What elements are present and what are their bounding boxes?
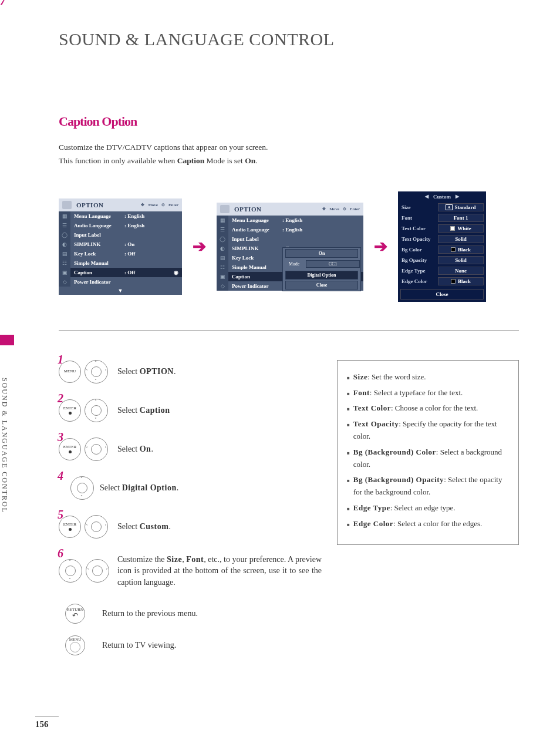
page-number: 156 [35, 716, 59, 729]
osd-item: Menu Language: English [70, 211, 182, 221]
osd-header-icon [220, 205, 230, 213]
dpad-icon: ˄˅˂˃ [85, 360, 108, 383]
popup-digital-option: Digital Option [285, 271, 358, 280]
caption-popup: On Mode CC1 Digital Option Close [282, 247, 361, 291]
osd-item: Power Indicator [70, 277, 182, 287]
custom-row: SizeAStandard [398, 202, 486, 213]
osd-item: SIMPLINK: On [70, 240, 182, 249]
return-button-icon: RETURN↶ [65, 604, 85, 624]
step-8-text: Return to TV viewing. [102, 641, 176, 650]
page-title: SOUND & LANGUAGE CONTROL [59, 29, 519, 49]
dpad-leftright-icon: ˂˃ [85, 438, 108, 461]
custom-row: Edge TypeNone [398, 265, 486, 276]
custom-row: Text ColorWhite [398, 223, 486, 234]
osd-item: Input Label [228, 234, 363, 244]
osd-item: Audio Language: English [228, 225, 363, 234]
osd-header-icon [62, 201, 72, 209]
osd-item: Key Lock: Off [70, 249, 182, 258]
step-7: 7 RETURN↶ Return to the previous menu. [59, 604, 322, 624]
dpad-leftright-icon: ˂˃ [86, 559, 109, 583]
divider [59, 330, 519, 331]
intro-text: Customize the DTV/CADTV captions that ap… [59, 141, 519, 168]
step-1: 1 MENU ˄˅˂˃ Select OPTION. [59, 360, 322, 383]
popup-mode-label: Mode [283, 261, 305, 267]
custom-title: Custom [433, 194, 451, 200]
dpad-updown-icon: ˄˅ [59, 559, 82, 583]
step-3: 3 ENTER ˂˃ Select On. [59, 438, 322, 461]
arrow-icon: ➔ [374, 237, 387, 256]
step-2: 2 ENTER ˄˅ Select Caption [59, 399, 322, 422]
step-8: MENU Return to TV viewing. [59, 635, 322, 655]
description-item: Text Color: Choose a color for the text. [347, 402, 509, 415]
custom-close: Close [400, 289, 484, 300]
description-item: Text Opacity: Specify the opacity for th… [347, 418, 509, 443]
osd-screenshots-row: OPTION ✥Move⊙Enter ▦☰◯◐▤☷▣◇ Menu Languag… [59, 191, 519, 302]
description-item: Bg (Background) Color: Select a backgrou… [347, 446, 509, 471]
custom-row: Bg OpacitySolid [398, 255, 486, 265]
custom-row: FontFont 1 [398, 213, 486, 223]
osd-item: Input Label [70, 230, 182, 240]
dpad-updown-icon: ˄˅ [70, 476, 94, 500]
step-4: 4 ˄˅ Select Digital Option. [59, 476, 322, 500]
custom-row: Text OpacitySolid [398, 234, 486, 244]
osd-item: Menu Language: English [228, 216, 363, 225]
step-5: 5 ENTER ˂˃ Select Custom. [59, 515, 322, 539]
dpad-leftright-icon: ˂˃ [85, 515, 108, 539]
custom-row: Edge ColorBlack [398, 276, 486, 287]
osd-panel-custom: ◀ Custom ▶ SizeAStandardFontFont 1Text C… [398, 191, 486, 302]
popup-mode-value: CC1 [306, 260, 360, 268]
menu-button-icon: MENU [65, 635, 85, 655]
description-item: Edge Color: Select a color for the edges… [347, 518, 509, 530]
popup-on: On [285, 249, 358, 258]
step-7-text: Return to the previous menu. [102, 609, 198, 618]
step-6: 6 ˄˅ ˂˃ Customize the Size, Font, etc., … [59, 554, 322, 588]
osd-panel-option-2: OPTION ✥Move⊙Enter ▦☰◯◐▤☷▣◇ Menu Languag… [217, 203, 363, 291]
osd-item: Audio Language: English [70, 221, 182, 230]
description-item: Bg (Background) Opacity: Select the opac… [347, 474, 509, 499]
left-triangle-icon: ◀ [425, 194, 429, 199]
osd-panel-option-1: OPTION ✥Move⊙Enter ▦☰◯◐▤☷▣◇ Menu Languag… [59, 198, 182, 295]
description-item: Edge Type: Select an edge type. [347, 502, 509, 514]
popup-close: Close [285, 281, 358, 290]
custom-row: Bg ColorBlack [398, 244, 486, 255]
section-title: Caption Option [59, 114, 519, 129]
description-item: Size: Set the word size. [347, 371, 509, 383]
description-item: Font: Select a typeface for the text. [347, 387, 509, 399]
intro-line1: Customize the DTV/CADTV captions that ap… [59, 143, 268, 152]
osd-item: Simple Manual [70, 258, 182, 268]
descriptions-box: Size: Set the word size.Font: Select a t… [337, 360, 519, 545]
arrow-icon: ➔ [193, 237, 206, 256]
dpad-updown-icon: ˄˅ [85, 399, 108, 422]
osd-item: Caption: Off ◉ [70, 268, 182, 277]
right-triangle-icon: ▶ [456, 194, 459, 199]
osd-header-label: OPTION [76, 201, 103, 208]
osd-header-label: OPTION [234, 206, 261, 213]
